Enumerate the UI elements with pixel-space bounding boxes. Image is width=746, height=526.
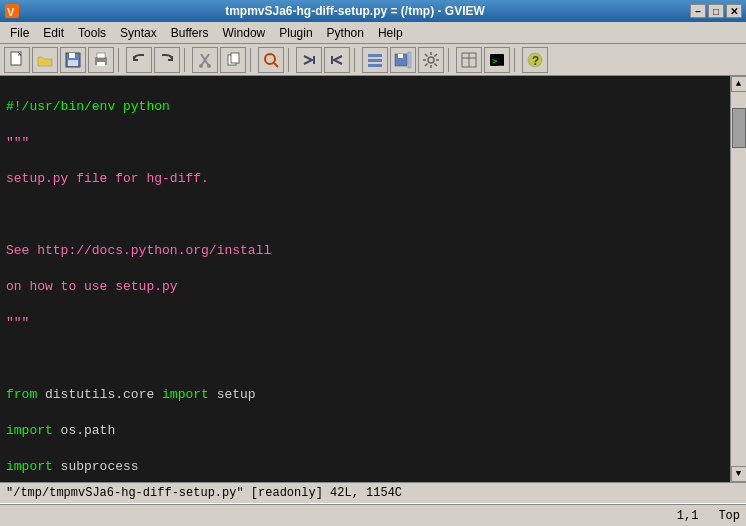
svg-rect-23 bbox=[398, 54, 403, 58]
toolbar-sep-6 bbox=[448, 48, 452, 72]
filepath-text: "/tmp/tmpmvSJa6-hg-diff-setup.py" [reado… bbox=[6, 486, 402, 500]
scroll-up-arrow[interactable]: ▲ bbox=[731, 76, 747, 92]
cursor-position: 1,1 bbox=[677, 509, 699, 523]
help-button[interactable]: ? bbox=[522, 47, 548, 73]
menu-bar: File Edit Tools Syntax Buffers Window Pl… bbox=[0, 22, 746, 44]
scrollbar-vertical[interactable]: ▲ ▼ bbox=[730, 76, 746, 482]
svg-line-16 bbox=[274, 63, 278, 67]
toolbar-sep-4 bbox=[288, 48, 292, 72]
toolbar-sep-1 bbox=[118, 48, 122, 72]
status-right: 1,1 Top bbox=[677, 509, 740, 523]
svg-point-15 bbox=[265, 54, 275, 64]
status-bar-filepath: "/tmp/tmpmvSJa6-hg-diff-setup.py" [reado… bbox=[0, 482, 746, 504]
svg-point-25 bbox=[428, 57, 434, 63]
svg-rect-8 bbox=[97, 62, 105, 66]
menu-buffers[interactable]: Buffers bbox=[165, 24, 215, 42]
cut-button[interactable] bbox=[192, 47, 218, 73]
jump-back-button[interactable] bbox=[324, 47, 350, 73]
code-line-11: import subprocess bbox=[6, 458, 724, 476]
print-button[interactable] bbox=[88, 47, 114, 73]
status-bar-bottom: 1,1 Top bbox=[0, 504, 746, 526]
svg-text:V: V bbox=[7, 6, 15, 18]
code-line-2: """ bbox=[6, 134, 724, 152]
search-button[interactable] bbox=[258, 47, 284, 73]
menu-help[interactable]: Help bbox=[372, 24, 409, 42]
save-all-button[interactable] bbox=[390, 47, 416, 73]
code-line-6: on how to use setup.py bbox=[6, 278, 724, 296]
editor-container: #!/usr/bin/env python """ setup.py file … bbox=[0, 76, 746, 482]
menu-edit[interactable]: Edit bbox=[37, 24, 70, 42]
menu-window[interactable]: Window bbox=[217, 24, 272, 42]
code-line-8 bbox=[6, 350, 724, 368]
undo-button[interactable] bbox=[126, 47, 152, 73]
app-icon: V bbox=[0, 3, 20, 19]
code-line-5: See http://docs.python.org/install bbox=[6, 242, 724, 260]
toolbar-sep-5 bbox=[354, 48, 358, 72]
save-button[interactable] bbox=[60, 47, 86, 73]
svg-text:>_: >_ bbox=[492, 56, 503, 66]
svg-point-12 bbox=[207, 64, 211, 68]
svg-rect-7 bbox=[97, 53, 105, 58]
jump-forward-button[interactable] bbox=[296, 47, 322, 73]
redo-button[interactable] bbox=[154, 47, 180, 73]
toolbar-sep-7 bbox=[514, 48, 518, 72]
menu-tools[interactable]: Tools bbox=[72, 24, 112, 42]
svg-rect-5 bbox=[68, 60, 78, 66]
toolbar-sep-2 bbox=[184, 48, 188, 72]
open-file-button[interactable] bbox=[32, 47, 58, 73]
toolbar-sep-3 bbox=[250, 48, 254, 72]
svg-rect-4 bbox=[69, 53, 75, 58]
scroll-position: Top bbox=[718, 509, 740, 523]
scrollbar-thumb[interactable] bbox=[732, 108, 746, 148]
svg-rect-24 bbox=[408, 52, 411, 68]
title-bar: V tmpmvSJa6-hg-diff-setup.py = (/tmp) - … bbox=[0, 0, 746, 22]
menu-python[interactable]: Python bbox=[321, 24, 370, 42]
code-line-10: import os.path bbox=[6, 422, 724, 440]
code-line-9: from distutils.core import setup bbox=[6, 386, 724, 404]
editor-content[interactable]: #!/usr/bin/env python """ setup.py file … bbox=[0, 76, 730, 482]
code-line-4 bbox=[6, 206, 724, 224]
menu-plugin[interactable]: Plugin bbox=[273, 24, 318, 42]
code-line-3: setup.py file for hg-diff. bbox=[6, 170, 724, 188]
svg-rect-21 bbox=[368, 64, 382, 67]
maximize-button[interactable]: □ bbox=[708, 4, 724, 18]
window-controls: – □ ✕ bbox=[690, 4, 746, 18]
buffer-button[interactable] bbox=[362, 47, 388, 73]
new-file-button[interactable] bbox=[4, 47, 30, 73]
menu-file[interactable]: File bbox=[4, 24, 35, 42]
menu-syntax[interactable]: Syntax bbox=[114, 24, 163, 42]
svg-rect-20 bbox=[368, 59, 382, 62]
svg-text:?: ? bbox=[532, 55, 539, 69]
window-title: tmpmvSJa6-hg-diff-setup.py = (/tmp) - GV… bbox=[20, 4, 690, 18]
copy-button[interactable] bbox=[220, 47, 246, 73]
table-button[interactable] bbox=[456, 47, 482, 73]
svg-rect-14 bbox=[231, 53, 239, 63]
scroll-down-arrow[interactable]: ▼ bbox=[731, 466, 747, 482]
svg-rect-19 bbox=[368, 54, 382, 57]
minimize-button[interactable]: – bbox=[690, 4, 706, 18]
shell-button[interactable]: >_ bbox=[484, 47, 510, 73]
svg-point-11 bbox=[199, 64, 203, 68]
settings-button[interactable] bbox=[418, 47, 444, 73]
close-button[interactable]: ✕ bbox=[726, 4, 742, 18]
code-line-1: #!/usr/bin/env python bbox=[6, 98, 724, 116]
toolbar: >_ ? bbox=[0, 44, 746, 76]
code-line-7: """ bbox=[6, 314, 724, 332]
